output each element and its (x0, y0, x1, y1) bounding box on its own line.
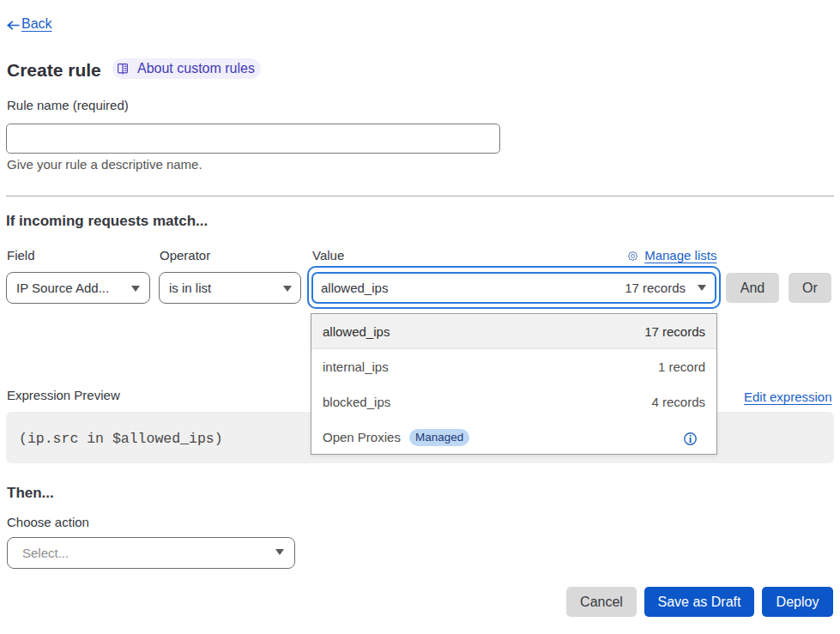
svg-text:i: i (689, 432, 692, 444)
